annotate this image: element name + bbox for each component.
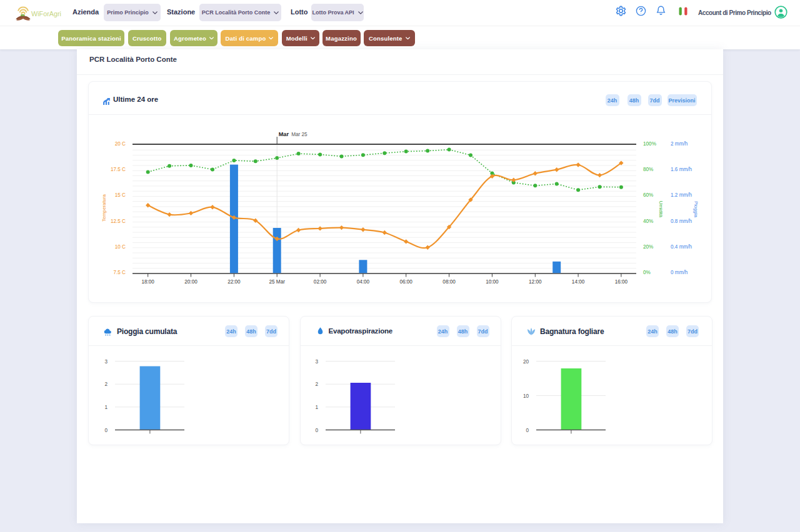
svg-text:80%: 80% [643,167,653,172]
svg-text:Pioggia: Pioggia [693,201,699,218]
svg-text:2 mm/h: 2 mm/h [671,141,688,147]
svg-text:100%: 100% [643,141,656,147]
svg-text:15 C: 15 C [115,192,126,198]
svg-text:60%: 60% [643,192,653,198]
svg-text:20:00: 20:00 [184,279,198,285]
svg-text:04:00: 04:00 [357,279,370,285]
svg-text:0 mm/h: 0 mm/h [671,270,688,275]
svg-text:3: 3 [104,359,108,365]
svg-text:3: 3 [315,359,318,365]
svg-text:1: 1 [104,405,108,410]
svg-text:20 C: 20 C [115,141,126,147]
svg-text:10:00: 10:00 [486,279,499,285]
svg-text:0.8 mm/h: 0.8 mm/h [671,219,692,224]
svg-text:10 C: 10 C [115,244,126,250]
svg-text:1.2 mm/h: 1.2 mm/h [671,192,692,198]
svg-text:Mar 25: Mar 25 [291,132,308,137]
svg-text:18:00: 18:00 [141,279,154,285]
svg-text:1: 1 [315,405,318,410]
svg-text:2: 2 [104,382,108,387]
svg-text:7.5 C: 7.5 C [113,270,126,275]
svg-text:Umidità: Umidità [658,201,664,218]
svg-text:02:00: 02:00 [314,279,327,285]
svg-text:06:00: 06:00 [399,279,412,285]
svg-text:12.5 C: 12.5 C [111,219,126,224]
svg-text:0: 0 [315,428,318,433]
svg-text:14:00: 14:00 [572,279,585,285]
svg-text:20%: 20% [643,244,653,250]
svg-text:0: 0 [104,428,108,433]
svg-text:0: 0 [526,428,529,433]
svg-text:1.6 mm/h: 1.6 mm/h [671,167,692,172]
svg-text:17.5 C: 17.5 C [111,167,126,172]
svg-text:Temperatura: Temperatura [101,194,107,221]
svg-text:10: 10 [523,393,529,399]
svg-text:Mar: Mar [279,131,289,137]
svg-text:16:00: 16:00 [615,279,628,285]
svg-text:40%: 40% [643,219,653,224]
svg-text:22:00: 22:00 [228,279,241,285]
svg-text:08:00: 08:00 [442,279,456,285]
svg-text:0%: 0% [643,270,651,275]
svg-text:25 Mar: 25 Mar [269,279,285,285]
svg-text:2: 2 [315,382,318,387]
svg-text:0.4 mm/h: 0.4 mm/h [671,244,692,250]
svg-text:12:00: 12:00 [529,279,542,285]
svg-text:20: 20 [523,359,529,365]
